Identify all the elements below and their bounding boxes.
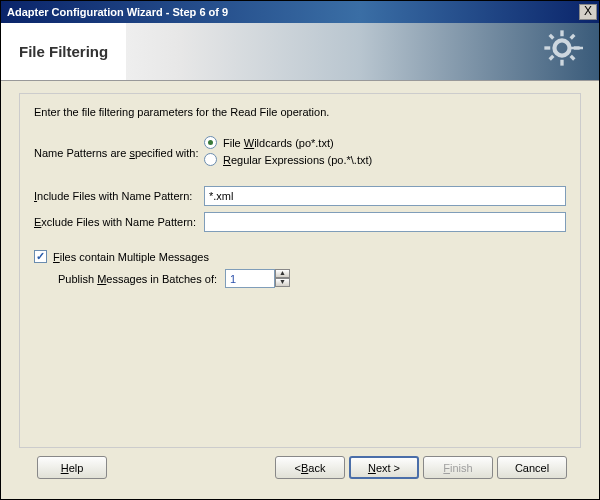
checkbox-icon: ✓: [34, 250, 47, 263]
files-multiple-checkbox[interactable]: ✓ Files contain Multiple Messages: [34, 250, 566, 263]
mnemonic: F: [443, 462, 450, 474]
exclude-label: Exclude Files with Name Pattern:: [34, 216, 204, 228]
text: pecified with:: [135, 147, 199, 159]
radio-group: File Wildcards (po*.txt) Regular Express…: [204, 136, 566, 170]
include-row: Include Files with Name Pattern:: [34, 186, 566, 206]
text: egular Expressions (po.*\.txt): [231, 154, 372, 166]
radio-regex[interactable]: Regular Expressions (po.*\.txt): [204, 153, 566, 166]
text: File: [223, 137, 244, 149]
text: Name Patterns are: [34, 147, 129, 159]
svg-rect-7: [570, 34, 576, 40]
radio-file-wildcards[interactable]: File Wildcards (po*.txt): [204, 136, 566, 149]
text: xclude Files with Name Pattern:: [41, 216, 196, 228]
gear-icon: [541, 27, 583, 71]
content-panel: Enter the file filtering parameters for …: [19, 93, 581, 448]
radio-label: Regular Expressions (po.*\.txt): [223, 154, 372, 166]
title-bar: Adapter Configuration Wizard - Step 6 of…: [1, 1, 599, 23]
checkbox-label: Files contain Multiple Messages: [53, 251, 209, 263]
page-title: File Filtering: [1, 23, 126, 80]
mnemonic: H: [61, 462, 69, 474]
radio-icon: [204, 153, 217, 166]
svg-rect-3: [544, 46, 550, 49]
batch-size-spinner[interactable]: ▲ ▼: [225, 269, 290, 288]
wizard-header: File Filtering: [1, 23, 599, 81]
mnemonic: R: [223, 154, 231, 166]
help-button[interactable]: Help: [37, 456, 107, 479]
mnemonic: N: [368, 462, 376, 474]
svg-rect-5: [549, 34, 555, 40]
publish-row: Publish Messages in Batches of: ▲ ▼: [58, 269, 566, 288]
svg-rect-1: [560, 30, 563, 36]
mnemonic: M: [97, 273, 106, 285]
text: iles contain Multiple Messages: [60, 251, 209, 263]
svg-rect-2: [560, 60, 563, 66]
content-area: Enter the file filtering parameters for …: [1, 81, 599, 499]
intro-text: Enter the file filtering parameters for …: [34, 106, 566, 118]
text: elp: [69, 462, 84, 474]
text: ext >: [376, 462, 400, 474]
exclude-input[interactable]: [204, 212, 566, 232]
mnemonic: F: [53, 251, 60, 263]
mnemonic: W: [244, 137, 254, 149]
next-button[interactable]: Next >: [349, 456, 419, 479]
back-button[interactable]: < Back: [275, 456, 345, 479]
text: ildcards (po*.txt): [254, 137, 333, 149]
cancel-button[interactable]: Cancel: [497, 456, 567, 479]
name-patterns-label: Name Patterns are specified with:: [34, 147, 204, 159]
text: inish: [450, 462, 473, 474]
svg-point-0: [554, 40, 569, 55]
svg-rect-8: [549, 55, 555, 61]
button-bar: Help < Back Next > Finish Cancel: [19, 448, 581, 493]
finish-button: Finish: [423, 456, 493, 479]
window-title: Adapter Configuration Wizard - Step 6 of…: [7, 6, 228, 18]
include-label: Include Files with Name Pattern:: [34, 190, 204, 202]
text: nclude Files with Name Pattern:: [37, 190, 192, 202]
radio-icon: [204, 136, 217, 149]
spinner-down-icon[interactable]: ▼: [275, 278, 290, 287]
name-patterns-row: Name Patterns are specified with: File W…: [34, 136, 566, 170]
publish-label: Publish Messages in Batches of:: [58, 273, 217, 285]
include-input[interactable]: [204, 186, 566, 206]
spinner-buttons: ▲ ▼: [275, 269, 290, 288]
radio-label: File Wildcards (po*.txt): [223, 137, 334, 149]
text: Publish: [58, 273, 97, 285]
mnemonic: B: [301, 462, 308, 474]
batch-size-input[interactable]: [225, 269, 275, 288]
close-button[interactable]: X: [579, 4, 597, 20]
spinner-up-icon[interactable]: ▲: [275, 269, 290, 278]
text: ack: [308, 462, 325, 474]
text: essages in Batches of:: [106, 273, 217, 285]
exclude-row: Exclude Files with Name Pattern:: [34, 212, 566, 232]
svg-rect-6: [570, 55, 576, 61]
